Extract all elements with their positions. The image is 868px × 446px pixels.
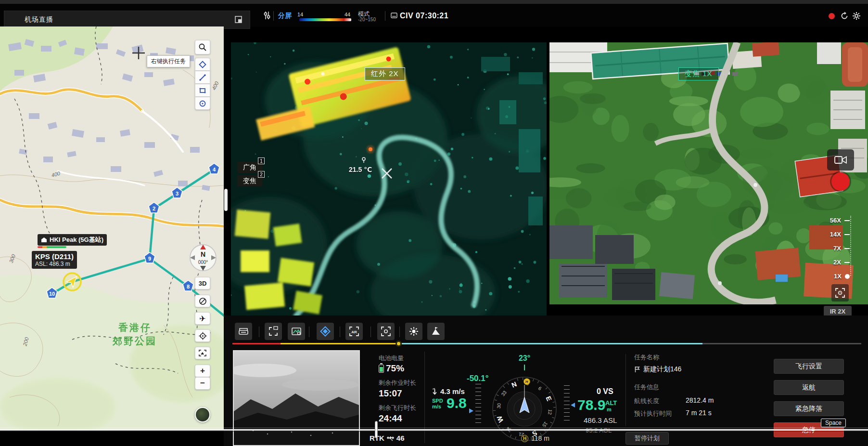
- zoom-level-option[interactable]: 7X: [819, 241, 850, 255]
- park-name-line1: 香港仔: [118, 321, 152, 334]
- mode-range: -20~150: [358, 17, 376, 23]
- svg-text:9: 9: [148, 256, 151, 262]
- fpv-camera-thumbnail[interactable]: [233, 350, 360, 446]
- ar-overlay-button[interactable]: AR: [345, 323, 363, 340]
- home-distance-readout: H 118 m: [521, 434, 549, 442]
- dock-view-button[interactable]: [235, 323, 252, 340]
- record-indicator-icon[interactable]: [829, 13, 835, 19]
- float-window-icon[interactable]: [234, 15, 243, 24]
- progress-idle-segment: [702, 343, 861, 344]
- display-settings-icon[interactable]: [262, 10, 272, 21]
- mission-info-label: 任务信息: [634, 383, 659, 392]
- thermal-palette-max: 44: [345, 12, 350, 17]
- map-3d-button[interactable]: 3D: [195, 277, 210, 289]
- map-compass[interactable]: N 000°: [189, 243, 217, 272]
- poi-status-bar: [38, 246, 66, 248]
- attitude-compass-dial: N36E1215S2124W3033 H: [492, 376, 557, 442]
- park-name-line2: 郊野公园: [113, 335, 157, 348]
- split-screen-button[interactable]: 分屏: [278, 12, 292, 20]
- poi-label[interactable]: HKI Peak (5G基站): [38, 234, 107, 246]
- map-search-button[interactable]: [195, 40, 210, 54]
- flight-console: 机场直播 分屏 14 44 模式 -20~150 CIV 07:30:21: [0, 0, 868, 446]
- progress-remaining-segment: [402, 343, 702, 344]
- record-button[interactable]: [831, 172, 850, 191]
- progress-position-dot[interactable]: [396, 341, 402, 347]
- spot-temp-marker-icon: [361, 157, 366, 163]
- map-clear-button[interactable]: [195, 295, 210, 307]
- mission-flag-icon: [634, 366, 640, 373]
- map-locate-button[interactable]: [195, 329, 210, 342]
- zoom-scale-ticks: [850, 216, 851, 276]
- drone-marker[interactable]: [64, 273, 81, 290]
- progress-done-segment: [232, 343, 281, 344]
- map-zoom-in-button[interactable]: +: [195, 365, 210, 377]
- map-pip-button[interactable]: [195, 347, 210, 359]
- lens-zoom-button[interactable]: 变焦 2: [237, 175, 262, 186]
- zoom-level-option[interactable]: 14X: [819, 227, 850, 241]
- map-aircraft-button[interactable]: ✈: [195, 312, 210, 325]
- mission-name-label: 任务名称: [634, 353, 659, 362]
- thermal-video-feed[interactable]: 红外 2X 广角 1 变焦 2 21.5 ℃: [231, 42, 547, 317]
- gimbal-pitch-value: -50.1°: [467, 374, 489, 383]
- return-home-button[interactable]: 返航: [774, 380, 844, 395]
- thermal-palette-min: 14: [297, 12, 303, 17]
- svg-text:H: H: [525, 380, 529, 384]
- selected-waypoint-label[interactable]: KPS (D211) ASL: 486.3 m: [32, 251, 77, 269]
- flight-settings-button[interactable]: 飞行设置: [774, 359, 844, 374]
- video-scrubber-handle[interactable]: [375, 421, 378, 438]
- zoom-focus-button[interactable]: [831, 284, 849, 302]
- thermal-mode-block[interactable]: 模式 -20~150: [358, 11, 376, 23]
- space-hotkey-badge: Space: [821, 419, 846, 427]
- map-context-tooltip: 右键执行任务: [147, 55, 190, 67]
- svg-text:8: 8: [187, 284, 190, 289]
- svg-text:AR: AR: [351, 330, 357, 334]
- camera-capture-button[interactable]: [827, 149, 854, 171]
- active-zoom-dot: [845, 274, 850, 279]
- refresh-icon[interactable]: [840, 12, 849, 20]
- thermal-feed-label: 红外 2X: [365, 67, 405, 80]
- visible-video-feed[interactable]: 变焦 1X 56X14X7X2X1X: [549, 42, 868, 304]
- map-panel[interactable]: 400300200400 4329810 右键执行任务 HKI Peak (5G…: [0, 26, 224, 431]
- spot-temperature: 21.5 ℃: [349, 166, 372, 173]
- tool-waypoint-button[interactable]: [195, 58, 210, 71]
- zoom-level-option[interactable]: 1X: [819, 269, 850, 283]
- pause-mission-button[interactable]: 暂停计划: [625, 432, 669, 445]
- altitude-value: 78.9: [577, 397, 605, 413]
- video-scrubber-shadow: [0, 431, 868, 432]
- visible-feed-label: 变焦 1X: [678, 67, 719, 80]
- tool-circle-button[interactable]: [195, 97, 210, 110]
- zoom-tick: [844, 220, 850, 221]
- map-zoom-out-button[interactable]: −: [195, 377, 210, 390]
- work-time-value: 15:07: [379, 388, 402, 399]
- vs-gauge: [564, 385, 570, 424]
- vs-gauge-pointer: [571, 403, 575, 407]
- settings-gear-icon[interactable]: [852, 12, 861, 20]
- emergency-land-button[interactable]: 紧急降落: [774, 401, 844, 416]
- map-panel-title: 机场直播: [25, 15, 53, 24]
- tool-line-button[interactable]: [195, 71, 210, 84]
- route-length-value: 2812.4 m: [686, 396, 714, 404]
- topbar-divider: [385, 11, 385, 21]
- tool-area-button[interactable]: [195, 84, 210, 97]
- zoom-level-option[interactable]: 2X: [819, 255, 850, 269]
- altitude-label: ALT: [605, 399, 617, 407]
- ir-mode-badge[interactable]: IR 2X: [824, 306, 852, 316]
- waypoint-overlay-button[interactable]: [317, 323, 334, 340]
- panel-resize-handle[interactable]: [224, 189, 228, 211]
- image-enhance-button[interactable]: [405, 323, 422, 340]
- video-scrubber-line[interactable]: [0, 429, 868, 431]
- map-layer-thumbnail[interactable]: [195, 407, 210, 422]
- flight-time-label: 剩余飞行时长: [379, 404, 416, 412]
- zoom-level-option[interactable]: 56X: [819, 213, 850, 227]
- mission-name-row: 新建计划146: [634, 365, 681, 374]
- battery-value: 75%: [379, 363, 404, 374]
- thermal-palette-bar[interactable]: [299, 18, 351, 21]
- center-focus-button[interactable]: [377, 323, 395, 340]
- satellite-icon: [387, 434, 394, 442]
- window-top-strip: [0, 0, 868, 4]
- topbar-divider: [273, 11, 274, 21]
- thermal-crosshair-icon: [380, 167, 394, 180]
- split-layout-button[interactable]: [265, 323, 282, 340]
- media-library-button[interactable]: [288, 323, 305, 340]
- terrain-peak-button[interactable]: [427, 323, 445, 340]
